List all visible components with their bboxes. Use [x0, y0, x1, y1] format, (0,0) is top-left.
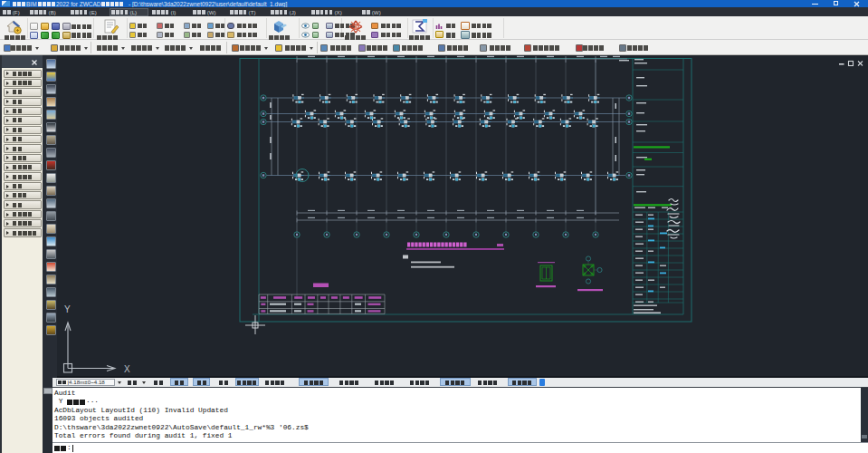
svg-text:X: X: [124, 364, 130, 374]
svg-text:Y: Y: [64, 304, 71, 314]
